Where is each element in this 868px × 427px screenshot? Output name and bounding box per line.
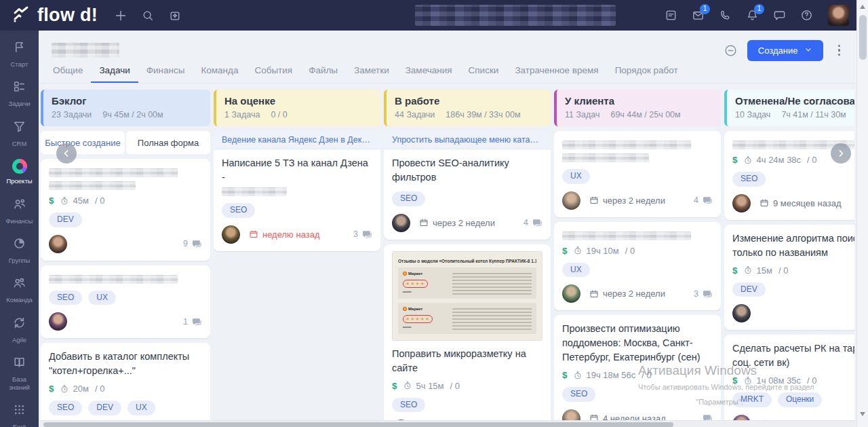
sidebar-item-agile[interactable]: Agile [0,310,39,350]
tab-порядок-работ[interactable]: Порядок работ [607,60,686,83]
app-sidebar: СтартЗадачиCRMПроектыФинансыГруппыКоманд… [0,31,39,427]
full-form-tab[interactable]: Полная форма [126,131,210,154]
plus-icon[interactable] [107,2,134,29]
board-scroll-right-button[interactable] [831,143,851,164]
due-date: неделю назад [249,229,320,240]
sidebar-item-база-знаний[interactable]: База знаний [0,350,39,397]
create-button[interactable]: Создание [747,40,823,61]
comments-number: 4 [524,218,528,227]
comments-count[interactable]: 9 [183,238,202,249]
mail-icon[interactable]: 1 [684,2,711,29]
comments-count[interactable] [702,413,713,420]
tab-списки[interactable]: Списки [460,60,507,83]
task-card[interactable]: Отзывы о модели «Отопительный котел Купп… [384,244,551,420]
task-card[interactable]: UXчерез 2 недели4 [554,131,721,217]
sidebar-item-label: Группы [9,257,31,264]
sidebar-item-ещё[interactable]: Ещё [0,397,39,427]
tab-файлы[interactable]: Файлы [300,60,346,83]
search-icon[interactable] [134,2,161,29]
parent-task-link[interactable]: Ведение канала Яндекс Дзен в Декабре 2..… [214,131,380,149]
sidebar-item-crm[interactable]: CRM [0,114,39,153]
column-header[interactable]: У клиента11 Задач69ч 44м / 25ч 00м [554,90,721,126]
parent-task-link[interactable]: Упростить выпадающее меню каталога и ... [384,131,551,149]
task-card-content: Изменение алгоритма поиска - только по н… [724,225,854,331]
phone-icon[interactable] [711,2,738,29]
updates-icon[interactable] [161,2,189,29]
sidebar-item-проекты[interactable]: Проекты [0,153,39,191]
column-body: UXчерез 2 недели4$19ч 10м/ 0UXчерез 2 не… [554,131,721,420]
more-options-button[interactable] [833,42,846,59]
task-card-content: Добавить в каталог комплекты "котел+горе… [41,343,210,420]
sidebar-item-группы[interactable]: Группы [0,231,39,270]
tab-события[interactable]: События [246,60,300,83]
column-task-count: 11 Задач [565,110,599,119]
task-card[interactable]: Произвести оптимизацию поддоменов: Москв… [554,315,721,420]
redacted-task-title [562,231,691,240]
tab-финансы[interactable]: Финансы [138,60,193,83]
user-avatar[interactable] [828,5,849,26]
bell-icon[interactable]: 1 [738,2,766,29]
column-header[interactable]: В работе44 Задачи186ч 39м / 33ч 00м [384,90,551,126]
tag-pill: SEO [49,291,82,305]
task-tags: SEO [392,191,542,206]
sidebar-item-команда[interactable]: Команда [0,270,39,310]
sidebar-item-финансы[interactable]: Финансы [0,191,39,231]
vertical-scrollbar[interactable] [856,0,868,427]
tab-затраченное-время[interactable]: Затраченное время [507,60,606,83]
tab-команда[interactable]: Команда [193,60,246,83]
comments-count[interactable]: 3 [694,289,713,299]
due-date: через 2 недели [419,218,495,228]
column-header[interactable]: Бэклог23 Задачи9ч 45м / 2ч 00м [41,90,210,126]
notes-icon[interactable] [657,2,684,29]
task-card[interactable]: Сделать расчеты РК на таргет соц. сети в… [724,335,854,420]
sidebar-item-label: Финансы [6,217,33,225]
board-scroll-left-button[interactable] [56,143,77,164]
sidebar-item-старт[interactable]: Старт [0,35,39,74]
task-title: Написание 5 ТЗ на канал Дзена - [222,156,372,185]
task-card[interactable]: $19ч 10м/ 0UXчерез 2 недели3 [554,222,721,311]
due-date-label: 4 недели назад [603,413,666,420]
sidebar-item-label: Проекты [6,177,32,185]
comments-count[interactable]: 3 [353,229,372,240]
task-card[interactable]: Упростить выпадающее меню каталога и ...… [384,131,551,240]
sidebar-item-label: CRM [12,140,27,147]
tab-замечания[interactable]: Замечания [397,60,460,83]
task-card-content: Написание 5 ТЗ на канал Дзена -SEOнеделю… [214,149,380,251]
task-card[interactable]: Изменение алгоритма поиска - только по н… [724,225,854,331]
tag-pill: MRKT [732,392,772,407]
horizontal-scrollbar[interactable] [39,420,856,427]
comments-count[interactable]: 1 [183,316,202,327]
column-hours: 9ч 45м / 2ч 00м [102,110,163,119]
task-time-meta: $1ч 08м 35с/ 0 [732,375,854,386]
time-estimate-value: / 0 [642,370,651,380]
help-icon[interactable] [793,2,820,29]
scroll-down-arrow[interactable] [860,412,865,416]
copy-link-icon[interactable] [724,43,738,58]
column-header[interactable]: Отменена/Не согласова...10 Задач7ч 41м /… [724,90,854,126]
comments-count[interactable]: 4 [694,195,713,206]
task-card[interactable]: SEOUX1 [41,265,210,339]
task-card[interactable]: Добавить в каталог комплекты "котел+горе… [41,343,210,420]
comments-count[interactable]: 4 [524,217,542,228]
sidebar-item-задачи[interactable]: Задачи [0,74,39,113]
billable-icon: $ [49,196,54,206]
kanban-column: Отменена/Не согласова...10 Задач7ч 41м /… [724,90,854,420]
scroll-up-arrow[interactable] [860,5,865,9]
tab-заметки[interactable]: Заметки [346,60,397,83]
column-meta: 44 Задачи186ч 39м / 33ч 00м [395,110,542,119]
horizontal-scrollbar-thumb[interactable] [43,422,673,427]
tab-общие[interactable]: Общие [45,60,91,83]
kanban-column: В работе44 Задачи186ч 39м / 33ч 00мУпрос… [384,90,551,420]
vertical-scrollbar-thumb[interactable] [859,15,867,60]
sidebar-item-label: Старт [11,60,28,68]
task-card[interactable]: $45м/ 0DEV9 [41,159,210,261]
task-card[interactable]: Ведение канала Яндекс Дзен в Декабре 2..… [214,131,380,251]
redacted-task-title [49,181,136,190]
app-logo[interactable]: flow d! [0,5,107,26]
chat-icon[interactable] [766,2,793,29]
tab-задачи[interactable]: Задачи [91,60,138,83]
task-tags: UX [562,169,713,184]
quick-create-tab[interactable]: Быстрое создание [41,131,125,154]
column-header[interactable]: На оценке1 Задача0 / 0 [214,90,380,126]
tag-pill: DEV [88,401,121,415]
